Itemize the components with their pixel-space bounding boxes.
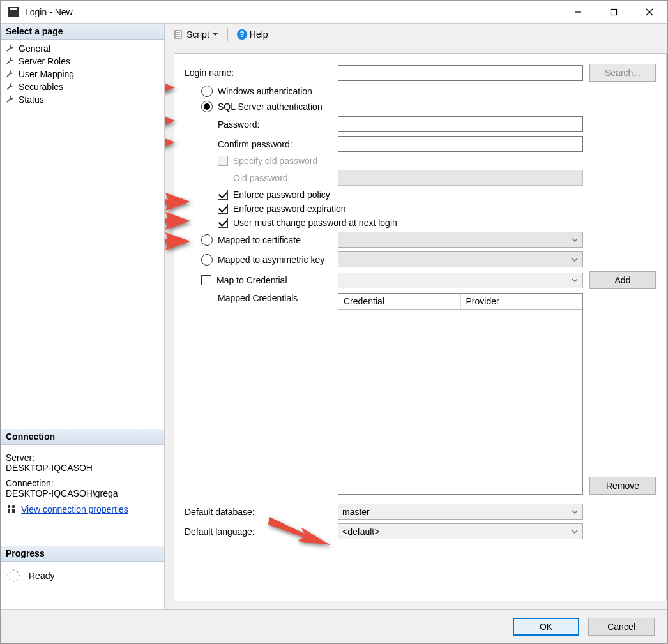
progress-heading: Progress	[1, 546, 164, 562]
sidebar: Select a page General Server Roles User …	[1, 24, 165, 609]
progress-row: Ready	[1, 562, 164, 583]
connection-section: Server: DESKTOP-IQCASOH Connection: DESK…	[1, 445, 164, 520]
window-title: Login - New	[25, 7, 560, 17]
login-name-input[interactable]	[338, 65, 583, 81]
svg-point-4	[8, 505, 10, 508]
svg-rect-1	[611, 9, 617, 15]
old-password-label: Old password:	[233, 173, 290, 183]
chevron-down-icon	[571, 236, 579, 244]
map-credential-checkbox[interactable]: Map to Credential	[201, 275, 338, 285]
sidebar-item-label: General	[19, 43, 50, 54]
mapped-asymmetric-radio[interactable]: Mapped to asymmetric key	[201, 254, 338, 266]
radio-icon	[201, 254, 213, 266]
col-provider: Provider	[461, 294, 583, 309]
spinner-icon	[6, 568, 21, 583]
script-dropdown[interactable]: Script	[171, 28, 221, 41]
svg-point-5	[12, 505, 15, 508]
sql-auth-radio[interactable]: SQL Server authentication	[201, 101, 323, 112]
confirm-password-input[interactable]	[338, 136, 583, 152]
connection-value: DESKTOP-IQCASOH\grega	[6, 488, 159, 498]
sql-auth-label: SQL Server authentication	[218, 101, 323, 112]
credentials-grid[interactable]: Credential Provider	[338, 293, 583, 495]
certificate-combo[interactable]	[338, 232, 583, 248]
radio-icon	[201, 101, 213, 112]
credential-combo[interactable]	[338, 273, 583, 288]
svg-point-14	[7, 575, 8, 576]
wrench-icon	[6, 95, 15, 104]
checkbox-icon	[218, 218, 228, 228]
sidebar-item-status[interactable]: Status	[2, 93, 163, 106]
search-button[interactable]: Search...	[589, 64, 656, 82]
close-button[interactable]	[632, 1, 667, 24]
checkbox-icon	[218, 204, 228, 214]
svg-point-12	[13, 581, 14, 582]
chevron-down-icon	[571, 276, 579, 284]
connection-label: Connection:	[6, 478, 159, 488]
sidebar-item-user-mapping[interactable]: User Mapping	[2, 68, 163, 80]
old-password-input	[338, 170, 583, 186]
arrow-annotation	[266, 514, 337, 549]
radio-icon	[201, 234, 213, 246]
add-button[interactable]: Add	[589, 271, 656, 289]
must-change-checkbox[interactable]: User must change password at next login	[218, 218, 397, 228]
chevron-down-icon	[571, 508, 579, 516]
maximize-button[interactable]	[596, 1, 632, 24]
checkbox-icon	[218, 156, 228, 166]
sidebar-item-securables[interactable]: Securables	[2, 80, 163, 93]
svg-point-11	[17, 579, 19, 581]
separator	[227, 28, 228, 41]
windows-auth-radio[interactable]: Windows authentication	[201, 86, 338, 97]
sidebar-item-server-roles[interactable]: Server Roles	[2, 55, 163, 68]
cancel-button[interactable]: Cancel	[588, 618, 655, 636]
confirm-password-label: Confirm password:	[185, 139, 338, 149]
default-database-combo[interactable]: master	[338, 504, 583, 520]
svg-point-13	[9, 579, 10, 580]
specify-old-password-checkbox[interactable]: Specify old password	[218, 156, 317, 166]
wrench-icon	[6, 70, 15, 79]
svg-point-8	[12, 569, 14, 571]
checkbox-icon	[201, 275, 211, 285]
default-language-combo[interactable]: <default>	[338, 523, 583, 539]
script-label: Script	[186, 29, 209, 40]
svg-point-10	[19, 575, 20, 577]
minimize-button[interactable]	[560, 1, 596, 24]
remove-button[interactable]: Remove	[589, 477, 656, 495]
arrow-annotation	[165, 70, 178, 105]
windows-auth-label: Windows authentication	[218, 86, 312, 96]
general-card: Login name: Search... Windows authentica…	[174, 53, 667, 601]
ok-button[interactable]: OK	[513, 618, 579, 636]
help-icon: ?	[237, 29, 247, 40]
script-icon	[174, 29, 184, 40]
chevron-down-icon	[571, 528, 579, 535]
main: Script ? Help Login name:	[165, 24, 668, 609]
view-connection-properties-link[interactable]: View connection properties	[21, 504, 128, 514]
enforce-policy-checkbox[interactable]: Enforce password policy	[218, 190, 330, 200]
wrench-icon	[6, 44, 15, 53]
checkbox-icon	[218, 190, 228, 200]
password-input[interactable]	[338, 116, 583, 132]
sidebar-item-label: Securables	[19, 82, 63, 92]
enforce-expiration-checkbox[interactable]: Enforce password expiration	[218, 204, 346, 214]
titlebar: Login - New	[1, 1, 667, 24]
svg-rect-7	[12, 509, 15, 513]
mapped-credentials-label: Mapped Credentials	[185, 293, 338, 303]
arrow-annotation	[165, 226, 194, 257]
asymmetric-combo[interactable]	[338, 251, 583, 267]
svg-point-15	[9, 571, 10, 573]
wrench-icon	[6, 57, 15, 66]
login-name-label: Login name:	[185, 68, 338, 78]
sidebar-item-general[interactable]: General	[2, 42, 163, 55]
svg-point-9	[17, 571, 19, 573]
combo-value: <default>	[342, 527, 379, 537]
must-change-label: User must change password at next login	[233, 218, 397, 228]
dialog-footer: OK Cancel	[1, 609, 667, 643]
enforce-expiration-label: Enforce password expiration	[233, 204, 346, 214]
help-button[interactable]: ? Help	[234, 28, 271, 41]
sidebar-item-label: Server Roles	[19, 56, 70, 66]
mapped-certificate-radio[interactable]: Mapped to certificate	[201, 234, 338, 246]
radio-icon	[201, 86, 213, 97]
mapped-asymmetric-label: Mapped to asymmetric key	[218, 255, 324, 265]
chevron-down-icon	[212, 31, 218, 38]
specify-old-password-label: Specify old password	[233, 156, 317, 166]
app-icon	[8, 7, 19, 17]
